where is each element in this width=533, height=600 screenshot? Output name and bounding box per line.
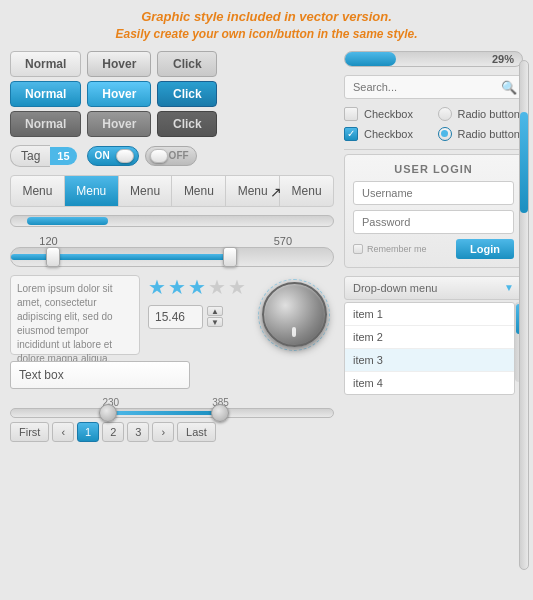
right-column: 29% 🔍 Checkbox Radio button <box>344 51 523 442</box>
checkbox-row-2: ✓ Checkbox Radio button <box>344 127 523 141</box>
radio-col-1: Radio button <box>438 107 524 121</box>
stars-number-area: ★ ★ ★ ★ ★ ▲ ▼ <box>148 275 246 355</box>
dropdown-button[interactable]: Drop-down menu ▼ <box>344 276 523 300</box>
button-rows: Normal Hover Click Normal Hover Click No… <box>10 51 334 137</box>
login-bottom: Remember me Login <box>353 239 514 259</box>
login-section: USER LOGIN Remember me Login <box>344 154 523 268</box>
click-button-1[interactable]: Click <box>157 51 217 77</box>
slider-track[interactable] <box>10 247 334 267</box>
checkmark-icon: ✓ <box>347 128 355 139</box>
checkbox-col-1: Checkbox <box>344 107 430 121</box>
stepper-up[interactable]: ▲ <box>207 306 223 316</box>
dropdown-arrow-icon: ▼ <box>504 282 514 293</box>
dropdown-item-4[interactable]: item 4 <box>345 372 514 394</box>
remember-me: Remember me <box>353 244 427 254</box>
radio-1[interactable] <box>438 107 452 121</box>
normal-button-3[interactable]: Normal <box>10 111 81 137</box>
menu-item-3[interactable]: Menu <box>119 176 173 206</box>
bottom-slider: 230 385 <box>10 397 334 418</box>
slider-thumb-right[interactable] <box>223 247 237 267</box>
progress-label: 29% <box>492 53 514 65</box>
radio-dot <box>441 130 448 137</box>
page-2[interactable]: 2 <box>102 422 124 442</box>
textbox-row <box>10 361 334 389</box>
stepper-down[interactable]: ▼ <box>207 317 223 327</box>
dropdown-list: item 1 item 2 item 3 item 4 <box>344 302 515 395</box>
menu-item-2[interactable]: Menu <box>65 176 119 206</box>
knob-container <box>254 275 334 355</box>
slider-thumb-left[interactable] <box>46 247 60 267</box>
star-1[interactable]: ★ <box>148 275 166 299</box>
normal-button-2[interactable]: Normal <box>10 81 81 107</box>
star-4[interactable]: ★ <box>208 275 226 299</box>
toggle-off-knob <box>150 149 168 163</box>
radio-2[interactable] <box>438 127 452 141</box>
dropdown-item-2[interactable]: item 2 <box>345 326 514 349</box>
username-input[interactable] <box>353 181 514 205</box>
left-column: Normal Hover Click Normal Hover Click No… <box>10 51 334 442</box>
prev-button[interactable]: ‹ <box>52 422 74 442</box>
toggle-off-label: OFF <box>169 150 192 161</box>
checkbox-1[interactable] <box>344 107 358 121</box>
star-3[interactable]: ★ <box>188 275 206 299</box>
number-input-group: ▲ ▼ <box>148 305 246 329</box>
next-button[interactable]: › <box>152 422 174 442</box>
header: Graphic style included in vector version… <box>0 0 533 47</box>
hover-button-3[interactable]: Hover <box>87 111 151 137</box>
tag-label: Tag <box>10 145 50 167</box>
text-input[interactable] <box>10 361 190 389</box>
normal-button-1[interactable]: Normal <box>10 51 81 77</box>
bottom-slider-track[interactable] <box>10 408 334 418</box>
menu-item-6[interactable]: Menu <box>280 176 333 206</box>
password-input[interactable] <box>353 210 514 234</box>
bottom-thumb-right[interactable] <box>211 404 229 422</box>
knob[interactable] <box>262 282 327 347</box>
horizontal-scrollbar[interactable] <box>10 215 334 227</box>
search-input[interactable] <box>344 75 523 99</box>
click-button-3[interactable]: Click <box>157 111 217 137</box>
bottom-thumb-left[interactable] <box>99 404 117 422</box>
toggle-on-knob <box>116 149 134 163</box>
text-area[interactable]: Lorem ipsum dolor sit amet, consectetur … <box>10 275 140 355</box>
menu-item-4[interactable]: Menu <box>172 176 226 206</box>
last-button[interactable]: Last <box>177 422 216 442</box>
first-button[interactable]: First <box>10 422 49 442</box>
dropdown-item-1[interactable]: item 1 <box>345 303 514 326</box>
menu-item-5[interactable]: Menu <box>226 176 280 206</box>
remember-checkbox[interactable] <box>353 244 363 254</box>
dropdown-list-area: item 1 item 2 item 3 item 4 <box>344 302 523 395</box>
checkbox-1-label: Checkbox <box>364 108 413 120</box>
pagination-area: 230 385 First ‹ 1 2 3 › Last <box>10 397 334 442</box>
bottom-slider-fill <box>108 411 221 415</box>
right-scrollbar[interactable] <box>519 60 529 570</box>
star-2[interactable]: ★ <box>168 275 186 299</box>
dropdown-label: Drop-down menu <box>353 282 437 294</box>
toggle-on-label: ON <box>92 150 110 161</box>
pagination: First ‹ 1 2 3 › Last <box>10 422 334 442</box>
tag-toggle-row: Tag 15 ON OFF <box>10 145 334 167</box>
hover-button-1[interactable]: Hover <box>87 51 151 77</box>
bottom-slider-labels: 230 385 <box>10 397 334 408</box>
star-5[interactable]: ★ <box>228 275 246 299</box>
right-scrollbar-thumb <box>520 112 528 214</box>
login-button[interactable]: Login <box>456 239 514 259</box>
page-3[interactable]: 3 <box>127 422 149 442</box>
search-box: 🔍 <box>344 75 523 99</box>
toggle-off[interactable]: OFF <box>145 146 197 166</box>
toggle-on[interactable]: ON <box>87 146 139 166</box>
dropdown-item-3[interactable]: item 3 <box>345 349 514 372</box>
checkbox-2[interactable]: ✓ <box>344 127 358 141</box>
menu-item-1[interactable]: Menu <box>11 176 65 206</box>
checkbox-2-label: Checkbox <box>364 128 413 140</box>
number-input[interactable] <box>148 305 203 329</box>
radio-col-2: Radio button <box>438 127 524 141</box>
knob-marker <box>292 327 296 337</box>
bottom-left-area: Lorem ipsum dolor sit amet, consectetur … <box>10 275 334 355</box>
hover-button-2[interactable]: Hover <box>87 81 151 107</box>
click-button-2[interactable]: Click <box>157 81 217 107</box>
star-rating: ★ ★ ★ ★ ★ <box>148 275 246 299</box>
button-row-1: Normal Hover Click <box>10 51 334 77</box>
scrollbar-thumb <box>27 217 108 225</box>
tag-item[interactable]: Tag 15 <box>10 145 77 167</box>
page-1[interactable]: 1 <box>77 422 99 442</box>
